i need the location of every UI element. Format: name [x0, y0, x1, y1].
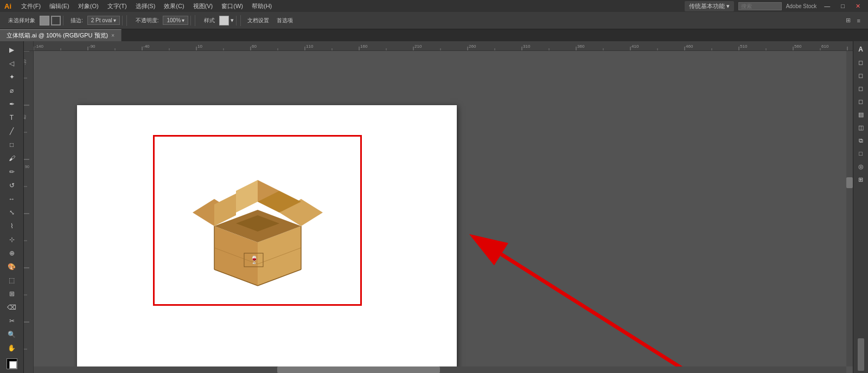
right-panel-g[interactable]: ◫	[855, 121, 867, 133]
paintbrush-tool[interactable]: 🖌	[5, 152, 18, 165]
options-toolbar: 未选择对象 描边: 2 Pt oval ▾ 不透明度: 100% ▾ 样式 ▾ …	[0, 12, 868, 29]
style-swatch[interactable]	[219, 16, 229, 25]
live-paint-tool[interactable]: 🎨	[5, 260, 18, 273]
stroke-dropdown-arrow: ▾	[113, 17, 116, 23]
slice-tool[interactable]: ⊞	[5, 287, 18, 300]
panels-icon: ≡	[857, 17, 865, 24]
pencil-tool[interactable]: ✏	[5, 165, 18, 178]
right-panel-i[interactable]: □	[855, 147, 867, 159]
hand-tool[interactable]: ✋	[5, 342, 18, 355]
right-panel-e[interactable]: ◻	[855, 95, 867, 107]
foreground-color[interactable]	[7, 358, 17, 369]
selection-tool[interactable]: ▶	[5, 43, 18, 56]
right-panel-a[interactable]: A	[855, 43, 867, 55]
warp-tool[interactable]: ⌇	[5, 220, 18, 233]
menu-effect[interactable]: 效果(C)	[159, 1, 188, 11]
maximize-button[interactable]: □	[838, 2, 848, 10]
doc-setup-button[interactable]: 文档设置	[245, 16, 272, 25]
search-input[interactable]	[738, 2, 782, 10]
stroke-dropdown[interactable]: 2 Pt oval ▾	[87, 16, 120, 25]
zoom-tool[interactable]: 🔍	[5, 328, 18, 341]
svg-text:410: 410	[631, 44, 639, 49]
tab-close-button[interactable]: ×	[111, 33, 114, 38]
shape-builder-tool[interactable]: ⊕	[5, 247, 18, 260]
direct-selection-tool[interactable]: ◁	[5, 57, 18, 70]
svg-text:40: 40	[24, 115, 27, 119]
scale-tool[interactable]: ⤡	[5, 206, 18, 219]
rect-tool[interactable]: □	[5, 138, 18, 151]
drawing-area: 🍷	[34, 51, 846, 366]
right-panel-b[interactable]: ◻	[855, 56, 867, 68]
menu-view[interactable]: 视图(V)	[189, 1, 218, 11]
opacity-value: 100%	[167, 17, 181, 23]
svg-text:260: 260	[469, 44, 476, 49]
menu-help[interactable]: 帮助(H)	[247, 1, 276, 11]
document-tab[interactable]: 立体纸箱.ai @ 100% (RGB/GPU 预览) ×	[0, 29, 122, 41]
svg-text:160: 160	[360, 44, 368, 49]
right-panel-d[interactable]: ◻	[855, 82, 867, 94]
right-panel-c[interactable]: ◻	[855, 69, 867, 81]
menu-object[interactable]: 对象(O)	[74, 1, 103, 11]
canvas-area[interactable]: -140 -90 -40 10 60 110 160 210 260	[24, 41, 853, 373]
menu-text[interactable]: 文字(T)	[103, 1, 131, 11]
ruler-left: -10 40 90	[24, 51, 34, 373]
svg-rect-0	[34, 41, 853, 51]
horizontal-scrollbar-thumb[interactable]	[277, 366, 440, 373]
svg-text:210: 210	[414, 44, 422, 49]
style-label: 样式	[201, 16, 218, 25]
svg-text:360: 360	[577, 44, 585, 49]
app-logo: Ai	[2, 2, 14, 10]
style-dropdown-arrow: ▾	[231, 17, 234, 24]
arrange-icon: ⊞	[846, 17, 855, 24]
reflect-tool[interactable]: ↔	[5, 192, 18, 205]
workspace-button[interactable]: 传统基本功能 ▾	[685, 1, 734, 11]
svg-text:-140: -140	[35, 44, 44, 49]
opacity-label: 不透明度:	[133, 16, 162, 25]
lasso-tool[interactable]: ⌀	[5, 84, 18, 97]
right-panel-k[interactable]: ⊞	[855, 173, 867, 185]
vertical-scrollbar-thumb[interactable]	[846, 177, 853, 188]
right-panel-j[interactable]: ◎	[855, 160, 867, 172]
magic-wand-tool[interactable]: ✦	[5, 70, 18, 83]
right-panel-f[interactable]: ▤	[855, 108, 867, 120]
svg-text:510: 510	[740, 44, 748, 49]
style-group: 样式 ▾	[199, 16, 237, 25]
rotate-tool[interactable]: ↺	[5, 179, 18, 192]
stroke-label: 描边:	[68, 16, 86, 25]
pen-tool[interactable]: ✒	[5, 98, 18, 111]
ruler-left-ticks: -10 40 90	[24, 51, 34, 373]
close-button[interactable]: ✕	[852, 2, 864, 11]
eraser-tool[interactable]: ⌫	[5, 301, 18, 314]
prefs-button[interactable]: 首选项	[274, 16, 296, 25]
width-tool[interactable]: ⊹	[5, 233, 18, 246]
fill-color-swatch[interactable]	[40, 16, 49, 25]
line-tool[interactable]: ╱	[5, 125, 18, 138]
stroke-color-swatch[interactable]	[51, 16, 61, 25]
scissors-tool[interactable]: ✂	[5, 314, 18, 327]
stroke-group: 描边: 2 Pt oval ▾	[66, 16, 123, 25]
minimize-button[interactable]: —	[821, 2, 833, 10]
horizontal-scrollbar[interactable]	[34, 366, 846, 373]
svg-rect-48	[24, 51, 34, 373]
right-panel-h[interactable]: ⧉	[855, 134, 867, 146]
menu-file[interactable]: 文件(F)	[17, 1, 45, 11]
adobe-stock-label: Adobe Stock	[786, 3, 817, 9]
svg-text:110: 110	[306, 44, 314, 49]
scrollbar-thumb[interactable]	[858, 338, 864, 371]
menu-select[interactable]: 选择(S)	[131, 1, 160, 11]
selection-group: 未选择对象	[3, 16, 63, 25]
left-toolbox: ▶ ◁ ✦ ⌀ ✒ T ╱ □ 🖌 ✏ ↺ ↔ ⤡ ⌇ ⊹ ⊕ 🎨 ⬚ ⊞ ⌫ …	[0, 41, 24, 373]
tab-bar: 立体纸箱.ai @ 100% (RGB/GPU 预览) ×	[0, 29, 868, 41]
menu-window[interactable]: 窗口(W)	[217, 1, 247, 11]
svg-text:90: 90	[25, 165, 29, 169]
svg-text:60: 60	[252, 44, 257, 49]
text-tool[interactable]: T	[5, 111, 18, 124]
stroke-value: 2 Pt oval	[91, 17, 112, 23]
separator-3	[240, 15, 241, 26]
svg-text:560: 560	[794, 44, 802, 49]
opacity-dropdown[interactable]: 100% ▾	[163, 16, 188, 25]
menu-edit[interactable]: 编辑(E)	[45, 1, 74, 11]
artboard-tool[interactable]: ⬚	[5, 274, 18, 287]
tab-label: 立体纸箱.ai @ 100% (RGB/GPU 预览)	[7, 31, 108, 40]
vertical-scrollbar[interactable]	[846, 51, 853, 366]
